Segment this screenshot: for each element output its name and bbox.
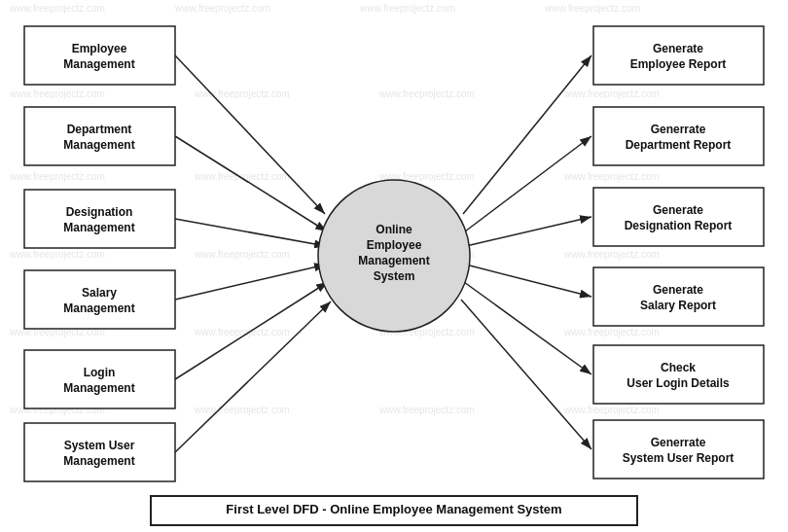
svg-text:www.freeprojectz.com: www.freeprojectz.com xyxy=(194,171,290,182)
svg-text:www.freeprojectz.com: www.freeprojectz.com xyxy=(378,89,475,99)
center-label-1: Online xyxy=(376,223,412,236)
generate-system-user-report-label-1: Generrate xyxy=(651,436,706,449)
svg-line-31 xyxy=(463,55,591,214)
svg-line-36 xyxy=(461,300,591,449)
svg-text:www.freeprojectz.com: www.freeprojectz.com xyxy=(194,327,290,337)
login-management-label-1: Login xyxy=(84,366,116,379)
svg-text:www.freeprojectz.com: www.freeprojectz.com xyxy=(563,327,660,337)
employee-management-label-1: Employee xyxy=(72,42,127,55)
dfd-diagram: www.freeprojectz.com www.freeprojectz.co… xyxy=(0,0,788,532)
svg-text:www.freeprojectz.com: www.freeprojectz.com xyxy=(359,3,455,14)
generate-employee-report-label-2: Employee Report xyxy=(630,57,727,71)
department-management-label-2: Management xyxy=(63,138,134,152)
svg-text:www.freeprojectz.com: www.freeprojectz.com xyxy=(563,405,660,415)
svg-line-25 xyxy=(175,55,325,214)
svg-text:www.freeprojectz.com: www.freeprojectz.com xyxy=(563,171,660,182)
check-user-login-label-2: User Login Details xyxy=(627,376,730,390)
system-user-management-label-1: System User xyxy=(64,439,135,452)
svg-line-30 xyxy=(175,301,331,452)
login-management-label-2: Management xyxy=(63,381,134,395)
generate-designation-report-label-1: Generate xyxy=(653,203,703,217)
svg-line-32 xyxy=(465,136,591,231)
svg-text:www.freeprojectz.com: www.freeprojectz.com xyxy=(194,405,290,415)
svg-text:www.freeprojectz.com: www.freeprojectz.com xyxy=(174,3,270,14)
salary-management-label-1: Salary xyxy=(82,286,117,300)
generate-employee-report-label-1: Generate xyxy=(653,42,703,55)
generate-designation-report-label-2: Designation Report xyxy=(625,219,733,232)
designation-management-label-2: Management xyxy=(63,221,134,234)
svg-line-35 xyxy=(464,282,591,374)
generate-department-report-label-2: Department Report xyxy=(626,138,732,152)
svg-line-27 xyxy=(175,219,326,246)
svg-text:www.freeprojectz.com: www.freeprojectz.com xyxy=(194,249,290,260)
svg-text:www.freeprojectz.com: www.freeprojectz.com xyxy=(9,249,105,260)
footer-label: First Level DFD - Online Employee Manage… xyxy=(226,502,561,516)
salary-management-label-2: Management xyxy=(63,301,134,315)
diagram-container: www.freeprojectz.com www.freeprojectz.co… xyxy=(0,0,788,532)
svg-line-33 xyxy=(466,217,591,246)
generate-salary-report-label-2: Salary Report xyxy=(640,299,716,312)
center-label-2: Employee xyxy=(367,238,422,252)
svg-line-29 xyxy=(175,282,328,379)
generate-salary-report-label-1: Generate xyxy=(653,283,703,297)
svg-text:www.freeprojectz.com: www.freeprojectz.com xyxy=(544,3,640,14)
svg-text:www.freeprojectz.com: www.freeprojectz.com xyxy=(378,405,475,415)
svg-line-34 xyxy=(466,265,591,297)
department-management-label-1: Department xyxy=(67,123,132,136)
svg-text:www.freeprojectz.com: www.freeprojectz.com xyxy=(9,89,105,99)
svg-line-26 xyxy=(175,136,327,231)
svg-text:www.freeprojectz.com: www.freeprojectz.com xyxy=(563,89,660,99)
generate-system-user-report-label-2: System User Report xyxy=(623,451,734,465)
svg-text:www.freeprojectz.com: www.freeprojectz.com xyxy=(563,249,660,260)
center-label-3: Management xyxy=(358,254,429,267)
svg-text:www.freeprojectz.com: www.freeprojectz.com xyxy=(9,171,105,182)
check-user-login-label-1: Check xyxy=(661,361,696,374)
svg-text:www.freeprojectz.com: www.freeprojectz.com xyxy=(9,3,105,14)
center-label-4: System xyxy=(374,269,415,283)
generate-department-report-label-1: Generrate xyxy=(651,123,706,136)
employee-management-label-2: Management xyxy=(63,57,134,71)
system-user-management-label-2: Management xyxy=(63,454,134,468)
designation-management-label-1: Designation xyxy=(66,205,133,219)
svg-line-28 xyxy=(175,265,326,300)
